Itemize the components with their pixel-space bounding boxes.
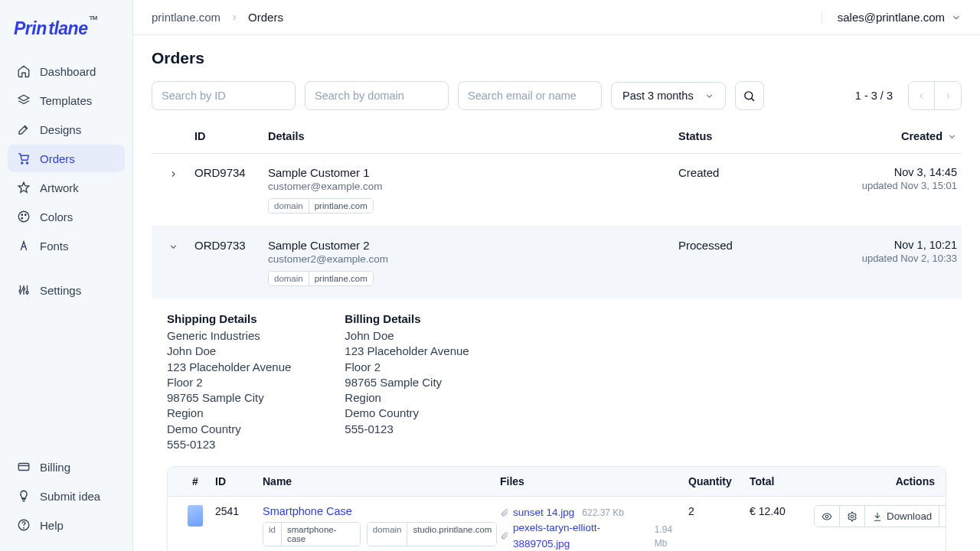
chevron-right-icon xyxy=(943,91,953,101)
svg-point-3 xyxy=(21,214,23,216)
line-item-actions: Download Print xyxy=(814,505,946,527)
sidebar-item-orders[interactable]: Orders xyxy=(8,145,125,172)
sidebar-item-submit-idea[interactable]: Submit idea xyxy=(8,482,125,510)
col-num: # xyxy=(178,475,212,487)
download-icon xyxy=(872,511,883,522)
search-button[interactable] xyxy=(735,81,764,110)
pager-prev-button[interactable] xyxy=(909,82,935,109)
sidebar-item-designs[interactable]: Designs xyxy=(8,116,125,143)
paperclip-icon xyxy=(500,532,508,540)
home-icon xyxy=(17,64,31,78)
column-status: Status xyxy=(678,130,801,142)
sidebar-item-label: Colors xyxy=(40,210,73,223)
line-items-panel: # ID Name Files Quantity Total Actions 2… xyxy=(167,466,946,551)
order-id: ORD9734 xyxy=(194,166,268,179)
domain-tag: domainprintlane.com xyxy=(268,198,374,214)
font-icon xyxy=(17,239,31,253)
order-row[interactable]: ORD9733 Sample Customer 2 customer2@exam… xyxy=(152,227,962,298)
chevron-down-icon xyxy=(947,132,957,142)
svg-point-5 xyxy=(21,218,23,220)
chevron-left-icon xyxy=(916,91,926,101)
col-qty: Quantity xyxy=(688,475,746,487)
breadcrumb-current: Orders xyxy=(248,11,283,24)
shipping-address: Shipping Details Generic Industries John… xyxy=(167,312,291,452)
line-item-qty: 2 xyxy=(688,505,746,517)
svg-point-4 xyxy=(25,214,27,216)
svg-point-14 xyxy=(851,515,854,518)
search-email-input[interactable] xyxy=(458,81,602,110)
customer-name: Sample Customer 1 xyxy=(268,166,678,179)
sidebar-item-settings[interactable]: Settings xyxy=(8,276,125,304)
sidebar-item-label: Orders xyxy=(40,152,75,165)
domain-tag: domainprintlane.com xyxy=(268,271,374,286)
order-detail-panel: Shipping Details Generic Industries John… xyxy=(152,298,962,551)
svg-point-2 xyxy=(18,211,29,222)
sidebar-item-label: Designs xyxy=(40,123,81,136)
sidebar-item-label: Settings xyxy=(40,284,81,297)
customer-email: customer@example.com xyxy=(268,181,678,192)
sidebar-item-colors[interactable]: Colors xyxy=(8,203,125,230)
page-title: Orders xyxy=(152,49,962,67)
sidebar-item-help[interactable]: Help xyxy=(8,511,125,539)
sidebar-item-artwork[interactable]: Artwork xyxy=(8,174,125,201)
col-files: Files xyxy=(500,475,685,487)
chevron-down-icon[interactable] xyxy=(168,242,178,252)
col-total: Total xyxy=(750,475,811,487)
chevron-right-icon xyxy=(230,13,239,22)
sidebar-item-dashboard[interactable]: Dashboard xyxy=(8,57,125,85)
layers-icon xyxy=(17,93,31,107)
svg-rect-9 xyxy=(18,464,29,471)
sidebar-item-templates[interactable]: Templates xyxy=(8,86,125,114)
paperclip-icon xyxy=(500,509,508,517)
preview-button[interactable] xyxy=(815,506,840,527)
svg-point-7 xyxy=(23,288,25,290)
star-icon xyxy=(17,181,31,194)
sidebar-item-billing[interactable]: Billing xyxy=(8,453,125,481)
palette-icon xyxy=(17,210,31,223)
sidebar-item-fonts[interactable]: Fonts xyxy=(8,232,125,259)
eye-icon xyxy=(822,511,832,522)
breadcrumb: printlane.com Orders xyxy=(152,11,283,24)
customer-email: customer2@example.com xyxy=(268,253,678,265)
chevron-down-icon xyxy=(704,91,714,101)
billing-address: Billing Details John Doe 123 Placeholder… xyxy=(345,312,469,452)
orders-table-header: ID Details Status Created xyxy=(152,127,962,154)
svg-point-13 xyxy=(825,515,828,518)
search-icon xyxy=(743,90,756,103)
svg-point-1 xyxy=(26,162,28,164)
search-id-input[interactable] xyxy=(152,81,296,110)
download-button[interactable]: Download xyxy=(865,506,939,527)
bulb-icon xyxy=(17,489,31,503)
order-updated: updated Nov 2, 10:33 xyxy=(801,253,957,264)
chevron-down-icon xyxy=(951,12,962,23)
column-id: ID xyxy=(194,130,268,142)
line-item-total: € 12.40 xyxy=(750,505,811,517)
chevron-right-icon[interactable] xyxy=(168,169,178,179)
item-thumb xyxy=(188,505,203,527)
date-range-select[interactable]: Past 3 months xyxy=(611,82,726,109)
pager-next-button[interactable] xyxy=(935,82,961,109)
settings-button[interactable] xyxy=(840,506,865,527)
breadcrumb-root[interactable]: printlane.com xyxy=(152,11,220,24)
col-actions: Actions xyxy=(814,475,935,487)
sidebar-item-label: Submit idea xyxy=(40,490,100,503)
sidebar-item-label: Templates xyxy=(40,94,92,107)
column-created[interactable]: Created xyxy=(801,130,962,142)
customer-name: Sample Customer 2 xyxy=(268,239,678,252)
line-item-name[interactable]: Smartphone Case xyxy=(263,505,497,517)
svg-point-0 xyxy=(21,162,23,164)
svg-point-8 xyxy=(26,292,28,294)
svg-point-6 xyxy=(19,290,21,292)
account-email: sales@printlane.com xyxy=(838,11,945,24)
sidebar-item-label: Dashboard xyxy=(40,65,96,78)
sidebar-item-label: Fonts xyxy=(40,240,69,253)
order-status: Created xyxy=(678,166,801,179)
print-button[interactable]: Print xyxy=(939,506,946,527)
order-row[interactable]: ORD9734 Sample Customer 1 customer@examp… xyxy=(152,154,962,227)
cart-icon xyxy=(17,152,31,165)
account-menu[interactable]: sales@printlane.com xyxy=(822,11,962,24)
search-domain-input[interactable] xyxy=(305,81,449,110)
logo: PrintlaneTM xyxy=(8,12,125,57)
edit-icon xyxy=(17,122,31,136)
pager xyxy=(908,81,962,110)
